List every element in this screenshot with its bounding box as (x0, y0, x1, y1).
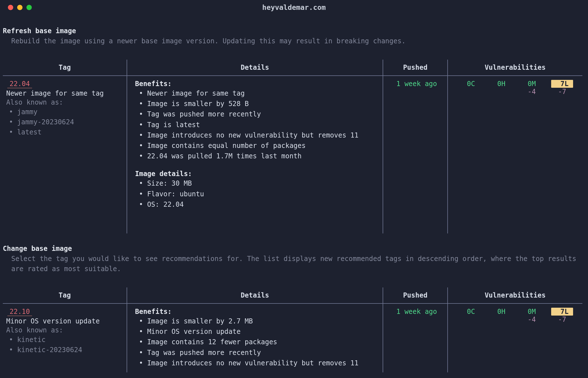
table-row: 22.10 Minor OS version update Also known… (3, 304, 585, 372)
cell-details: Benefits: Newer image for same tag Image… (127, 76, 383, 233)
benefit-item: Tag was pushed more recently (139, 109, 378, 120)
vuln-critical: 0C (467, 80, 475, 88)
pushed-value: 1 week ago (396, 308, 437, 316)
benefit-item: Image contains equal number of packages (139, 141, 378, 151)
vuln-low: 7L (551, 308, 573, 316)
col-vulnerabilities: Vulnerabilities (447, 287, 582, 304)
pushed-value: 1 week ago (396, 80, 437, 88)
tag-chip[interactable]: 22.04 (7, 80, 32, 88)
terminal-window: heyvaldemar.com Refresh base image Rebui… (0, 0, 588, 378)
vuln-low-delta: -7 (558, 316, 566, 323)
aka-list: kinetic kinetic-20230624 (6, 335, 123, 355)
benefit-item: Image introduces no new vulnerability bu… (139, 130, 378, 141)
col-pushed: Pushed (383, 60, 447, 76)
benefits-heading: Benefits: (135, 308, 378, 316)
content: Refresh base image Rebuild the image usi… (0, 15, 588, 372)
col-tag: Tag (3, 287, 127, 304)
vuln-critical: 0C (467, 308, 475, 316)
image-detail-item: OS: 22.04 (139, 199, 378, 210)
table-header: Tag Details Pushed Vulnerabilities (3, 287, 585, 304)
section-title-change: Change base image (3, 245, 585, 253)
vuln-medium-delta: -4 (528, 88, 536, 96)
traffic-lights (8, 5, 32, 10)
benefit-item: Minor OS version update (139, 327, 378, 337)
aka-item: kinetic-20230624 (9, 345, 123, 355)
benefit-item: Tag was pushed more recently (139, 348, 378, 358)
window-title: heyvaldemar.com (262, 3, 326, 12)
tag-subtitle: Newer image for same tag (6, 89, 123, 97)
vuln-low-delta: -7 (558, 88, 566, 96)
cell-pushed: 1 week ago (383, 304, 447, 372)
section-desc-change: Select the tag you would like to see rec… (11, 254, 584, 274)
col-vulnerabilities: Vulnerabilities (447, 60, 582, 76)
benefit-item: Image contains 12 fewer packages (139, 337, 378, 347)
benefit-item: Tag is latest (139, 120, 378, 130)
cell-tag: 22.04 Newer image for same tag Also know… (3, 76, 127, 233)
cell-tag: 22.10 Minor OS version update Also known… (3, 304, 127, 372)
vuln-medium: 0M (528, 80, 536, 88)
col-details: Details (127, 60, 383, 76)
table-header: Tag Details Pushed Vulnerabilities (3, 60, 585, 76)
benefits-list: Image is smaller by 2.7 MB Minor OS vers… (139, 316, 378, 368)
benefits-list: Newer image for same tag Image is smalle… (139, 88, 378, 161)
col-tag: Tag (3, 60, 127, 76)
aka-list: jammy jammy-20230624 latest (6, 107, 123, 137)
vuln-grid: 0C 0H 0M 7L -4 -7 (456, 308, 577, 323)
vuln-medium: 0M (528, 308, 536, 316)
tag-chip[interactable]: 22.10 (7, 308, 32, 316)
benefit-item: Image is smaller by 528 B (139, 99, 378, 109)
benefits-heading: Benefits: (135, 80, 378, 88)
aka-item: jammy-20230624 (9, 117, 123, 127)
table-row: 22.04 Newer image for same tag Also know… (3, 76, 585, 233)
zoom-icon[interactable] (26, 5, 32, 10)
aka-label: Also known as: (6, 98, 123, 106)
close-icon[interactable] (8, 5, 13, 10)
image-details-heading: Image details: (135, 170, 378, 178)
benefit-item: 22.04 was pulled 1.7M times last month (139, 151, 378, 161)
table-refresh: Tag Details Pushed Vulnerabilities 22.04… (3, 60, 585, 233)
table-change: Tag Details Pushed Vulnerabilities 22.10… (3, 287, 585, 372)
col-details: Details (127, 287, 383, 304)
benefit-item: Newer image for same tag (139, 88, 378, 99)
vuln-high: 0H (497, 308, 506, 316)
col-pushed: Pushed (383, 287, 447, 304)
benefit-item: Image is smaller by 2.7 MB (139, 316, 378, 327)
minimize-icon[interactable] (17, 5, 23, 10)
cell-vulnerabilities: 0C 0H 0M 7L -4 -7 (447, 76, 582, 233)
image-detail-item: Size: 30 MB (139, 178, 378, 189)
cell-vulnerabilities: 0C 0H 0M 7L -4 -7 (447, 304, 582, 372)
vuln-grid: 0C 0H 0M 7L -4 -7 (456, 80, 577, 96)
section-desc-refresh: Rebuild the image using a newer base ima… (11, 36, 584, 46)
benefit-item: Image introduces no new vulnerability bu… (139, 358, 378, 368)
aka-label: Also known as: (6, 326, 123, 334)
image-details-list: Size: 30 MB Flavor: ubuntu OS: 22.04 (139, 178, 378, 210)
vuln-low: 7L (551, 80, 573, 88)
vuln-high: 0H (497, 80, 506, 88)
tag-subtitle: Minor OS version update (6, 317, 123, 325)
aka-item: jammy (9, 107, 123, 117)
titlebar: heyvaldemar.com (0, 0, 588, 15)
cell-details: Benefits: Image is smaller by 2.7 MB Min… (127, 304, 383, 372)
section-title-refresh: Refresh base image (3, 27, 585, 35)
aka-item: kinetic (9, 335, 123, 345)
aka-item: latest (9, 127, 123, 137)
image-detail-item: Flavor: ubuntu (139, 189, 378, 199)
vuln-medium-delta: -4 (528, 316, 536, 323)
cell-pushed: 1 week ago (383, 76, 447, 233)
